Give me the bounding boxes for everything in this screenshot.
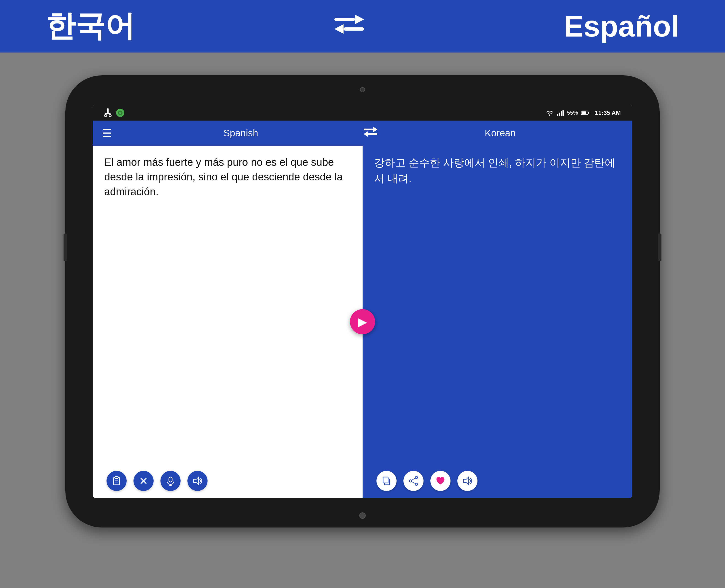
svg-line-38 [411, 478, 416, 480]
banner-swap-icon [335, 9, 364, 43]
tablet-camera [360, 87, 365, 92]
svg-point-7 [109, 114, 111, 117]
svg-marker-32 [194, 477, 199, 485]
svg-marker-1 [355, 15, 364, 24]
source-panel: El amor más fuerte y más puro no es el q… [93, 146, 363, 498]
svg-rect-12 [557, 114, 558, 116]
target-actions [374, 466, 621, 491]
svg-point-37 [409, 480, 411, 482]
source-language-label[interactable]: Spanish [118, 128, 364, 139]
signal-icon [557, 109, 564, 116]
svg-rect-29 [169, 477, 172, 482]
svg-point-11 [549, 114, 550, 116]
tablet-side-button-left [63, 234, 67, 261]
source-speaker-button[interactable] [187, 471, 207, 491]
svg-rect-17 [582, 111, 586, 114]
svg-rect-15 [563, 110, 564, 116]
svg-marker-3 [335, 24, 344, 34]
svg-point-10 [119, 112, 121, 114]
svg-rect-2 [344, 27, 364, 30]
swap-language-icon[interactable] [364, 127, 377, 140]
status-left-group [104, 108, 124, 118]
tablet-screen: 55% 11:35 AM ☰ Spanish [93, 105, 632, 498]
translation-area: El amor más fuerte y más puro no es el q… [93, 146, 632, 498]
target-text: 강하고 순수한 사랑에서 인쇄, 하지가 이지만 감탄에서 내려. [374, 155, 621, 466]
svg-marker-20 [373, 127, 377, 132]
copy-button[interactable] [377, 471, 397, 491]
status-bar: 55% 11:35 AM [93, 105, 632, 121]
battery-percentage: 55% [567, 110, 578, 116]
svg-rect-0 [335, 18, 355, 21]
source-text[interactable]: El amor más fuerte y más puro no es el q… [104, 155, 351, 466]
tablet-home-button[interactable] [359, 512, 366, 519]
svg-rect-18 [588, 112, 589, 114]
app-status-icon [116, 109, 124, 117]
clipboard-button[interactable] [106, 471, 127, 491]
favorite-button[interactable] [430, 471, 450, 491]
svg-rect-5 [105, 113, 110, 114]
svg-marker-22 [364, 131, 368, 137]
clear-button[interactable] [134, 471, 154, 491]
svg-rect-21 [368, 133, 377, 135]
tablet-side-button-right [658, 234, 662, 261]
svg-rect-34 [383, 477, 388, 483]
tablet-device: 55% 11:35 AM ☰ Spanish [65, 75, 660, 527]
svg-rect-13 [559, 112, 560, 116]
svg-rect-14 [561, 111, 562, 116]
wifi-icon [546, 109, 554, 116]
banner-lang-left: 한국어 [46, 6, 135, 46]
status-time: 11:35 AM [595, 109, 621, 117]
app-header: ☰ Spanish Korean [93, 121, 632, 146]
banner-lang-right: Español [564, 9, 679, 43]
svg-point-36 [415, 483, 418, 485]
target-language-label[interactable]: Korean [377, 128, 623, 139]
status-right-group: 55% 11:35 AM [546, 109, 621, 117]
svg-point-6 [104, 114, 107, 117]
target-panel: 강하고 순수한 사랑에서 인쇄, 하지가 이지만 감탄에서 내려. [363, 146, 632, 498]
share-button[interactable] [403, 471, 424, 491]
battery-icon [581, 110, 589, 115]
top-banner: 한국어 Español [0, 0, 725, 52]
microphone-button[interactable] [160, 471, 181, 491]
translate-arrow-icon: ▶ [358, 315, 367, 329]
source-actions [104, 466, 351, 491]
svg-line-39 [411, 482, 416, 484]
translate-button[interactable]: ▶ [350, 309, 375, 334]
usb-icon [104, 108, 112, 118]
svg-rect-19 [364, 129, 373, 130]
svg-marker-40 [464, 477, 468, 485]
hamburger-menu-icon[interactable]: ☰ [102, 127, 118, 140]
svg-point-35 [415, 476, 418, 479]
svg-rect-24 [115, 477, 118, 478]
target-speaker-button[interactable] [457, 471, 478, 491]
